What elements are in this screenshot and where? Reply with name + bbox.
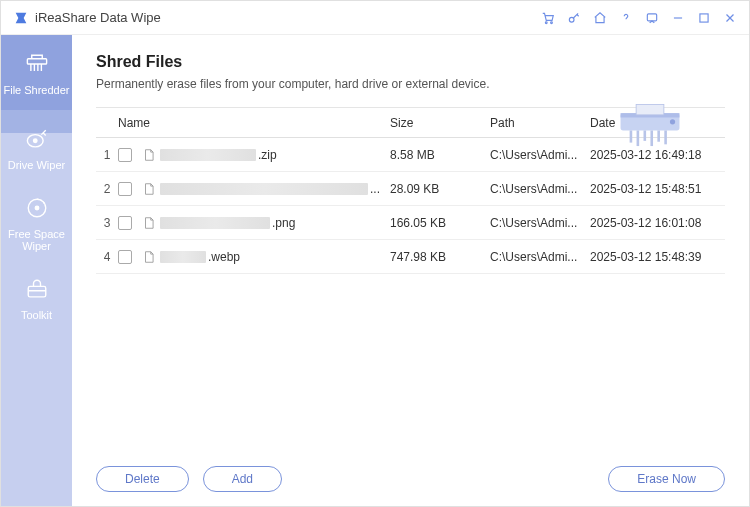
- file-extension: .zip: [258, 148, 277, 162]
- file-size: 747.98 KB: [390, 250, 490, 264]
- row-index: 3: [96, 216, 118, 230]
- file-size: 28.09 KB: [390, 182, 490, 196]
- file-icon: [142, 249, 156, 265]
- file-name-cell: .png: [160, 216, 390, 230]
- file-extension: ...: [370, 182, 380, 196]
- footer-actions: Delete Add Erase Now: [96, 452, 725, 492]
- svg-point-1: [551, 21, 553, 23]
- sidebar-item-free-space-wiper[interactable]: Free Space Wiper: [1, 185, 72, 260]
- file-name-cell: ...: [160, 182, 390, 196]
- sidebar-item-label: Free Space Wiper: [1, 228, 72, 252]
- row-checkbox[interactable]: [118, 250, 142, 264]
- table-row: 2...28.09 KBC:\Users\Admi...2025-03-12 1…: [96, 172, 725, 206]
- main-content: Shred Files Permanently erase files from…: [72, 35, 749, 506]
- sidebar-item-label: Drive Wiper: [8, 159, 65, 171]
- shredder-illustration: [615, 101, 685, 156]
- svg-rect-20: [636, 104, 664, 114]
- filename-redacted: [160, 217, 270, 229]
- sidebar-item-drive-wiper[interactable]: Drive Wiper: [1, 110, 72, 185]
- svg-point-0: [545, 21, 547, 23]
- row-checkbox[interactable]: [118, 216, 142, 230]
- filename-redacted: [160, 251, 206, 263]
- minimize-icon[interactable]: [671, 11, 685, 25]
- sidebar-item-toolkit[interactable]: Toolkit: [1, 260, 72, 335]
- row-index: 2: [96, 182, 118, 196]
- file-path: C:\Users\Admi...: [490, 216, 590, 230]
- file-icon: [142, 147, 156, 163]
- toolkit-icon: [23, 275, 51, 303]
- file-date: 2025-03-12 15:48:39: [590, 250, 725, 264]
- table-row: 3.png166.05 KBC:\Users\Admi...2025-03-12…: [96, 206, 725, 240]
- row-checkbox[interactable]: [118, 148, 142, 162]
- key-icon[interactable]: [567, 11, 581, 25]
- filename-redacted: [160, 149, 256, 161]
- close-icon[interactable]: [723, 11, 737, 25]
- feedback-icon[interactable]: [645, 11, 659, 25]
- file-icon: [142, 215, 156, 231]
- col-header-name: Name: [118, 116, 390, 130]
- app-title: iReaShare Data Wipe: [35, 10, 161, 25]
- svg-point-14: [33, 139, 37, 143]
- maximize-icon[interactable]: [697, 11, 711, 25]
- svg-rect-17: [28, 286, 46, 297]
- file-size: 166.05 KB: [390, 216, 490, 230]
- row-index: 4: [96, 250, 118, 264]
- filename-redacted: [160, 183, 368, 195]
- col-header-size: Size: [390, 116, 490, 130]
- page-title: Shred Files: [96, 53, 725, 71]
- file-extension: .webp: [208, 250, 240, 264]
- svg-point-2: [569, 17, 574, 22]
- titlebar: iReaShare Data Wipe: [1, 1, 749, 35]
- file-path: C:\Users\Admi...: [490, 250, 590, 264]
- app-logo-icon: [13, 10, 29, 26]
- erase-now-button[interactable]: Erase Now: [608, 466, 725, 492]
- file-path: C:\Users\Admi...: [490, 182, 590, 196]
- file-icon: [142, 181, 156, 197]
- row-index: 1: [96, 148, 118, 162]
- titlebar-actions: [541, 11, 737, 25]
- sidebar-item-file-shredder[interactable]: File Shredder: [1, 35, 72, 110]
- page-subtitle: Permanently erase files from your comput…: [96, 77, 725, 91]
- col-header-path: Path: [490, 116, 590, 130]
- shredder-icon: [23, 50, 51, 78]
- drive-wiper-icon: [23, 125, 51, 153]
- add-button[interactable]: Add: [203, 466, 282, 492]
- svg-rect-8: [27, 58, 46, 63]
- free-space-icon: [23, 194, 51, 222]
- cart-icon[interactable]: [541, 11, 555, 25]
- sidebar-item-label: File Shredder: [3, 84, 69, 96]
- file-name-cell: .webp: [160, 250, 390, 264]
- svg-rect-5: [700, 13, 708, 21]
- sidebar: File Shredder Drive Wiper Free Space Wip…: [1, 35, 72, 506]
- file-date: 2025-03-12 15:48:51: [590, 182, 725, 196]
- file-name-cell: .zip: [160, 148, 390, 162]
- svg-point-21: [670, 119, 675, 124]
- file-date: 2025-03-12 16:01:08: [590, 216, 725, 230]
- file-size: 8.58 MB: [390, 148, 490, 162]
- file-extension: .png: [272, 216, 295, 230]
- sidebar-item-label: Toolkit: [21, 309, 52, 321]
- row-checkbox[interactable]: [118, 182, 142, 196]
- svg-point-16: [35, 206, 39, 210]
- help-icon[interactable]: [619, 11, 633, 25]
- svg-rect-3: [647, 13, 656, 20]
- table-row: 4.webp747.98 KBC:\Users\Admi...2025-03-1…: [96, 240, 725, 274]
- delete-button[interactable]: Delete: [96, 466, 189, 492]
- home-icon[interactable]: [593, 11, 607, 25]
- file-path: C:\Users\Admi...: [490, 148, 590, 162]
